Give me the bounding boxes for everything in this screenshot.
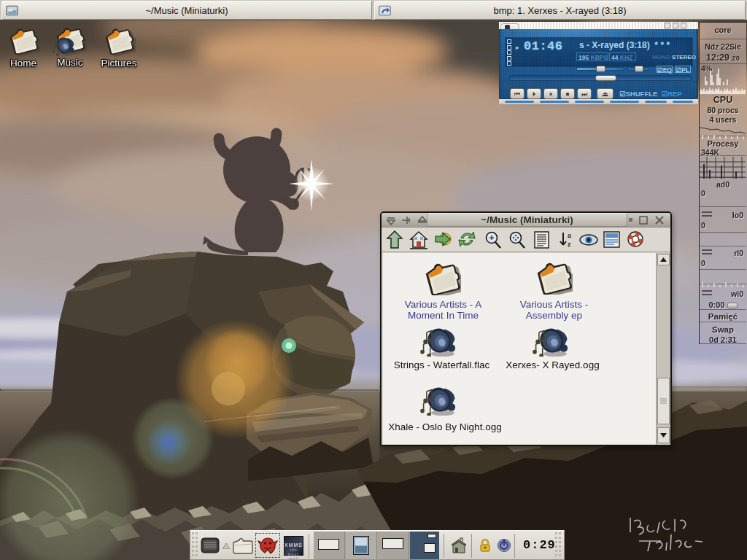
svg-text:a: a bbox=[568, 232, 572, 239]
svg-text:z: z bbox=[568, 241, 571, 248]
